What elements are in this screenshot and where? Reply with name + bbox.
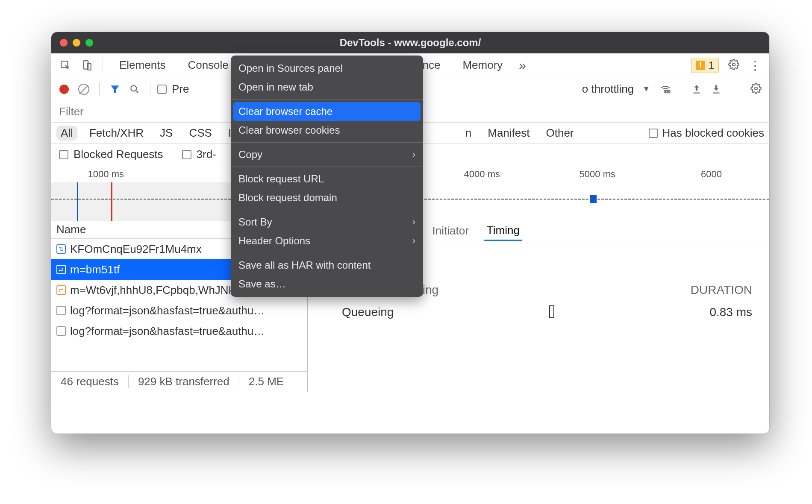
ctx-copy[interactable]: Copy› [231, 145, 423, 164]
status-resources: 2.5 ME [239, 375, 293, 388]
has-blocked-cookies-checkbox[interactable] [649, 129, 658, 138]
svg-point-5 [665, 91, 666, 92]
context-menu: Open in Sources panel Open in new tab Cl… [231, 56, 423, 297]
file-icon [56, 326, 66, 336]
filter-font[interactable]: n [461, 126, 476, 141]
third-party-checkbox[interactable] [182, 150, 191, 159]
queueing-bar [549, 305, 554, 318]
request-row[interactable]: log?format=json&hasfast=true&authu… [51, 300, 307, 321]
kebab-menu-icon[interactable]: ⋮ [744, 58, 765, 73]
preserve-log-label: Pre [172, 82, 189, 96]
ctx-open-new-tab[interactable]: Open in new tab [231, 78, 423, 97]
maximize-window-icon[interactable] [85, 39, 93, 47]
ctx-save-as[interactable]: Save as… [231, 275, 423, 293]
has-blocked-cookies-label: Has blocked cookies [662, 126, 764, 140]
detail-tab-initiator[interactable]: Initiator [430, 221, 471, 241]
chevron-right-icon: › [412, 149, 415, 160]
request-name: m=bm51tf [70, 263, 120, 276]
duration-label: DURATION [691, 283, 752, 297]
request-name: m=Wt6vjf,hhhU8,FCpbqb,WhJNk [70, 284, 234, 297]
queueing-value: 0.83 ms [709, 305, 752, 321]
svg-point-7 [755, 87, 758, 90]
device-toggle-icon[interactable] [79, 58, 94, 73]
load-marker [111, 182, 112, 221]
status-transferred: 929 kB transferred [129, 375, 239, 388]
filter-icon[interactable] [106, 81, 124, 98]
filter-css[interactable]: CSS [185, 126, 216, 141]
filter-manifest[interactable]: Manifest [483, 126, 534, 141]
domcontentloaded-marker [77, 182, 78, 221]
blocked-requests-label: Blocked Requests [74, 148, 163, 161]
request-row[interactable]: log?format=json&hasfast=true&authu… [51, 321, 307, 341]
request-name: log?format=json&hasfast=true&authu… [70, 325, 265, 338]
throttling-value: o throttling [582, 82, 634, 96]
status-bar: 46 requests 929 kB transferred 2.5 ME [51, 371, 307, 392]
filter-js[interactable]: JS [156, 126, 177, 141]
tab-elements[interactable]: Elements [109, 53, 176, 77]
network-settings-icon[interactable] [747, 83, 765, 96]
svg-point-3 [733, 63, 736, 66]
file-icon: ⇅ [56, 244, 66, 254]
tl-tick: 4000 ms [464, 169, 500, 180]
status-requests: 46 requests [51, 375, 128, 388]
queueing-label: Queueing [325, 305, 394, 321]
blocked-requests-checkbox[interactable] [59, 150, 68, 159]
filter-all[interactable]: All [56, 126, 77, 141]
export-har-icon[interactable] [708, 81, 725, 98]
record-button[interactable] [56, 81, 73, 98]
request-name: KFOmCnqEu92Fr1Mu4mx [70, 243, 202, 256]
inspect-icon[interactable] [58, 58, 73, 73]
window-title: DevTools - www.google.com/ [51, 37, 769, 49]
ctx-block-url[interactable]: Block request URL [231, 170, 423, 188]
ctx-clear-cache[interactable]: Clear browser cache [233, 102, 421, 121]
chevron-right-icon: › [412, 217, 415, 228]
tab-memory[interactable]: Memory [452, 53, 513, 77]
ctx-open-sources[interactable]: Open in Sources panel [231, 59, 423, 78]
devtools-window: DevTools - www.google.com/ Elements Cons… [51, 32, 769, 434]
issues-count: 1 [709, 59, 714, 71]
preserve-log-checkbox[interactable] [157, 85, 167, 94]
chevron-down-icon: ▼ [642, 85, 650, 94]
issues-badge[interactable]: ! 1 [691, 58, 719, 73]
request-name: log?format=json&hasfast=true&authu… [70, 304, 265, 317]
chevron-right-icon: › [412, 235, 415, 246]
settings-icon[interactable] [725, 59, 743, 72]
tl-tick: 1000 ms [88, 169, 124, 180]
titlebar: DevTools - www.google.com/ [51, 32, 769, 53]
file-icon: ⇄ [56, 265, 66, 274]
network-conditions-icon[interactable] [657, 81, 674, 98]
more-tabs-icon[interactable]: » [515, 58, 530, 73]
tab-console[interactable]: Console [177, 53, 238, 77]
timeline-chunk [590, 195, 597, 203]
ctx-header-options[interactable]: Header Options› [231, 231, 423, 250]
traffic-lights [51, 39, 93, 47]
warning-icon: ! [696, 61, 705, 70]
filter-other[interactable]: Other [542, 126, 578, 141]
ctx-clear-cookies[interactable]: Clear browser cookies [231, 121, 423, 140]
throttling-select[interactable]: o throttling ▼ [578, 82, 654, 96]
ctx-sort-by[interactable]: Sort By› [231, 213, 423, 231]
clear-button[interactable] [75, 81, 92, 98]
close-window-icon[interactable] [60, 39, 68, 47]
file-icon [56, 306, 66, 315]
search-icon[interactable] [126, 81, 143, 98]
third-party-label: 3rd- [197, 148, 216, 161]
svg-point-4 [131, 85, 136, 91]
tl-tick: 5000 ms [580, 169, 615, 180]
filter-fetch-xhr[interactable]: Fetch/XHR [85, 126, 148, 141]
file-icon: ⇄ [56, 285, 66, 295]
import-har-icon[interactable] [688, 81, 705, 98]
ctx-save-har[interactable]: Save all as HAR with content [231, 256, 423, 275]
detail-tab-timing[interactable]: Timing [484, 221, 522, 241]
ctx-block-domain[interactable]: Block request domain [231, 188, 423, 207]
minimize-window-icon[interactable] [73, 39, 80, 47]
